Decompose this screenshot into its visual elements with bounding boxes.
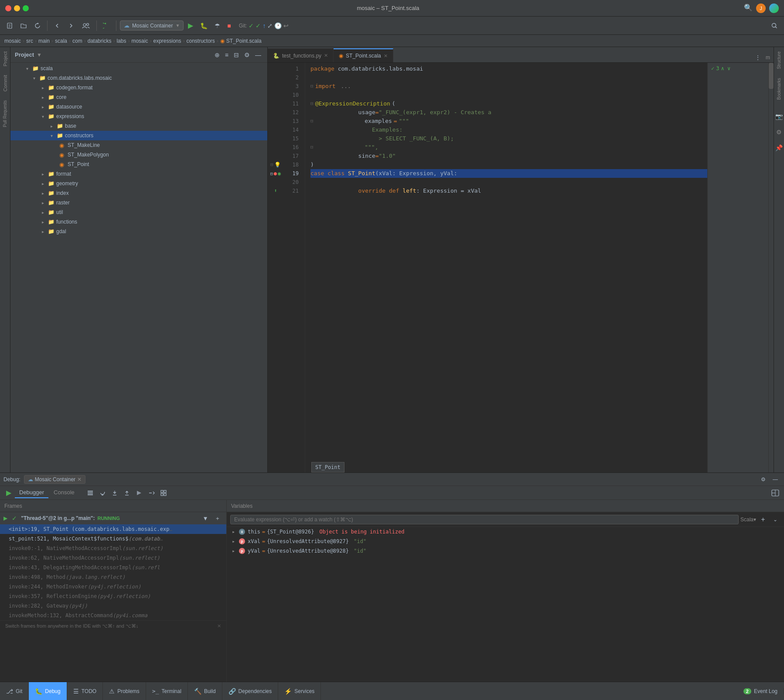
debug-step-over-button[interactable] [97,488,108,498]
debug-step-out-button[interactable] [122,488,132,498]
right-icon-pin[interactable]: 📌 [775,144,783,151]
status-dependencies[interactable]: 🔗 Dependencies [222,682,279,700]
frame-item-2[interactable]: st_point:521, MosaicContext$functions$ (… [0,534,226,544]
debug-run-to-cursor-button[interactable] [134,488,144,498]
debug-settings-button[interactable]: ⚙ [758,475,768,484]
status-todo[interactable]: ☰ TODO [67,682,103,700]
status-debug[interactable]: 🐛 Debug [29,682,67,700]
tree-item-raster[interactable]: ▸ 📁 raster [10,198,267,207]
open-button[interactable] [17,20,30,31]
right-icon-camera[interactable]: 📷 [775,113,783,120]
breadcrumb-item-main[interactable]: main [38,38,50,44]
tree-dropdown-icon[interactable]: ▼ [37,52,42,58]
tree-item-core[interactable]: ▸ 📁 core [10,92,267,102]
git-rollback-icon[interactable]: ↩ [283,22,289,29]
tab-close-st-point[interactable]: ✕ [384,53,388,59]
panel-label-pull-requests[interactable]: Pull Requests [3,100,7,127]
debug-evaluate-button[interactable] [146,488,157,498]
tab-st-point[interactable]: ◉ ST_Point.scala ✕ [334,48,393,62]
tree-item-gdal[interactable]: ▸ 📁 gdal [10,227,267,236]
tree-item-geometry[interactable]: ▸ 📁 geometry [10,179,267,188]
undo-button[interactable] [100,20,112,31]
tree-filter-button[interactable]: ⊟ [232,51,241,59]
tab-test-functions[interactable]: 🐍 test_functions.py ✕ [268,48,334,62]
editor-more-button[interactable]: ⋮ [753,53,763,62]
breadcrumb-item-mosaic2[interactable]: mosaic [131,38,148,44]
var-item-this[interactable]: ▸ ≡ this = {ST_Point@8926} Object is bei… [227,527,784,537]
close-button[interactable] [5,5,11,11]
hint-close[interactable]: ✕ [217,623,221,629]
debug-minimize-button[interactable]: — [770,475,781,484]
tree-item-st-point[interactable]: ◉ ST_Point [10,160,267,169]
tree-item-index[interactable]: ▸ 📁 index [10,188,267,198]
breadcrumb-item-mosaic[interactable]: mosaic [4,38,21,44]
frame-item-3[interactable]: invoke0:-1, NativeMethodAccessorImpl (su… [0,544,226,553]
right-icon-settings[interactable]: ⚙ [776,129,782,136]
tree-item-codegen[interactable]: ▸ 📁 codegen.format [10,83,267,92]
run-button[interactable]: ▶ [185,20,196,31]
frame-item-1[interactable]: <init>:19, ST_Point (com.databricks.labs… [0,524,226,534]
code-editor[interactable]: ⊟ 💡 ⊟ ● ◉ ⬆ 1 2 3 10 11 1 [268,63,774,472]
thread-header[interactable]: ▶ ✓ "Thread-5"@2 in g...p "main": RUNNIN… [0,512,226,524]
panel-label-project[interactable]: Project [3,51,8,66]
frame-item-5[interactable]: invoke:43, DelegatingMethodAccessorImpl … [0,563,226,572]
code-content[interactable]: package com.databricks.labs.mosai ⊟ impo… [305,63,707,472]
tree-item-st-makeline[interactable]: ◉ ST_MakeLine [10,140,267,150]
new-file-button[interactable] [3,20,16,31]
search-icon[interactable]: 🔍 [744,3,753,13]
frame-item-6[interactable]: invoke:498, Method (java.lang.reflect) [0,572,226,582]
breadcrumb-item-labs[interactable]: labs [116,38,126,44]
status-build[interactable]: 🔨 Build [188,682,222,700]
debug-button[interactable]: 🐛 [198,20,210,31]
tree-item-base[interactable]: ▸ 📁 base [10,121,267,131]
breadcrumb-item-src[interactable]: src [26,38,33,44]
panel-label-structure[interactable]: Structure [777,51,781,69]
breadcrumb-item-file[interactable]: ST_Point.scala [226,38,262,44]
tree-item-datasource[interactable]: ▸ 📁 datasource [10,102,267,112]
panel-label-commit[interactable]: Commit [3,75,8,92]
avatar[interactable]: J [756,3,766,13]
debug-grid-button[interactable] [158,488,169,498]
status-git[interactable]: ⎇ Git [0,682,29,700]
eval-expand-button[interactable]: ⌄ [770,514,781,525]
debug-container-close[interactable]: ✕ [77,476,82,483]
team-button[interactable] [79,20,93,31]
tree-align-button[interactable]: ≡ [223,51,230,59]
debug-step-into-button[interactable] [109,488,120,498]
tree-add-button[interactable]: ⊕ [213,51,222,59]
add-frame-button[interactable]: + [212,513,223,523]
theme-icon[interactable] [769,3,779,13]
run-config-selector[interactable]: ☁ Mosaic Container ▼ [120,20,184,31]
coverage-button[interactable]: ☂ [212,20,223,31]
stop-button[interactable]: ■ [225,20,233,31]
breadcrumb-item-expressions[interactable]: expressions [153,38,181,44]
maximize-button[interactable] [23,5,29,11]
panel-label-bookmarks[interactable]: Bookmarks [777,78,781,100]
debug-tab-console[interactable]: Console [49,487,79,498]
eval-expression-input[interactable] [230,515,739,524]
eval-add-watch-button[interactable]: + [758,514,768,525]
minimize-button[interactable] [14,5,20,11]
tab-close-test-functions[interactable]: ✕ [324,53,328,58]
var-item-xval[interactable]: ▸ p xVal = {UnresolvedAttribute@8927} "i… [227,537,784,546]
tree-item-scala[interactable]: ▾ 📁 scala [10,64,267,73]
breadcrumb-item-com[interactable]: com [72,38,82,44]
debug-resume-button[interactable]: ▶ [3,488,14,498]
tree-item-util[interactable]: ▸ 📁 util [10,207,267,217]
status-services[interactable]: ⚡ Services [278,682,321,700]
tree-collapse-button[interactable]: — [253,51,263,59]
status-problems[interactable]: ⚠ Problems [103,682,146,700]
frame-item-7[interactable]: invoke:244, MethodInvoker (py4j.reflecti… [0,582,226,591]
debug-tab-debugger[interactable]: Debugger [15,487,48,498]
git-merge-icon[interactable]: ⤢ [267,22,273,29]
global-search-button[interactable] [768,20,781,31]
sync-button[interactable] [31,20,44,31]
forward-button[interactable] [65,20,77,31]
git-history-icon[interactable]: 🕐 [274,22,282,29]
tree-item-com-databricks[interactable]: ▾ 📁 com.databricks.labs.mosaic [10,73,267,83]
var-item-yval[interactable]: ▸ p yVal = {UnresolvedAttribute@8928} "i… [227,546,784,556]
git-tick-icon[interactable]: ✓ [256,22,261,29]
git-check-icon[interactable]: ✓ [249,22,254,29]
debug-container-tab[interactable]: ☁ Mosaic Container ✕ [24,475,85,484]
tree-item-st-makepolygon[interactable]: ◉ ST_MakePolygon [10,150,267,160]
